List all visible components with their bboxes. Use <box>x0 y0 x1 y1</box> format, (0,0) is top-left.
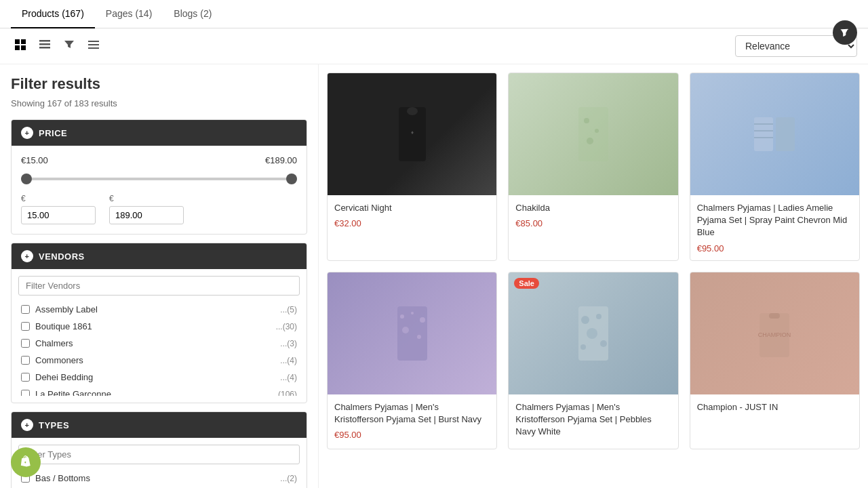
funnel-icon <box>64 39 75 50</box>
vendor-checkbox-assembly[interactable] <box>21 305 30 314</box>
shopify-icon-button[interactable] <box>11 447 41 477</box>
vendors-search-input[interactable] <box>18 276 300 296</box>
types-search-input[interactable] <box>18 445 300 464</box>
product-card-chalmers-pebbles[interactable]: Sale Chalmers Pyjamas | Men's Kristoffer… <box>508 272 678 450</box>
tab-blogs[interactable]: Blogs (2) <box>163 0 222 28</box>
price-min-input[interactable] <box>21 206 96 224</box>
svg-point-29 <box>581 316 589 324</box>
vendor-label-lapetite: La Petite Garçonne <box>35 389 266 396</box>
svg-rect-3 <box>21 45 26 50</box>
vendor-item-lapetite: La Petite Garçonne ...(106) <box>18 386 300 396</box>
vendor-checkbox-commoners[interactable] <box>21 356 30 365</box>
price-min-label: €15.00 <box>21 155 48 165</box>
vendor-checkbox-dehei[interactable] <box>21 373 30 382</box>
vendor-label-chalmers: Chalmers <box>35 338 275 348</box>
sale-badge: Sale <box>514 278 539 289</box>
svg-point-31 <box>587 328 597 339</box>
svg-rect-13 <box>578 107 608 161</box>
svg-point-32 <box>600 340 607 347</box>
chalmers-pebbles-svg <box>573 306 614 361</box>
filter-results-title: Filter results <box>11 75 307 93</box>
vendor-count-dehei: ...(4) <box>280 373 297 382</box>
svg-rect-35 <box>769 313 780 319</box>
svg-point-15 <box>595 129 599 133</box>
vendor-item-dehei: Dehei Bedding ...(4) <box>18 369 300 386</box>
list-icon <box>39 39 50 50</box>
range-track <box>21 178 297 180</box>
filter-button[interactable] <box>60 37 79 56</box>
svg-rect-18 <box>776 117 795 151</box>
price-section-label: PRICE <box>39 128 67 138</box>
filter-icon <box>839 26 851 39</box>
product-image-champion: CHAMPION <box>690 272 859 394</box>
price-min-currency: € <box>21 194 96 203</box>
product-card-champion[interactable]: CHAMPION Champion - JUST IN <box>690 272 860 450</box>
range-slider[interactable] <box>21 172 297 186</box>
columns-button[interactable] <box>84 37 103 56</box>
types-filter-header[interactable]: + TYPES <box>12 412 307 438</box>
svg-point-16 <box>587 138 593 144</box>
vendor-count-boutique: ...(30) <box>276 322 297 331</box>
columns-icon <box>88 39 99 50</box>
vendor-checkbox-boutique[interactable] <box>21 322 30 331</box>
price-filter-header[interactable]: + PRICE <box>12 120 307 146</box>
tab-pages[interactable]: Pages (14) <box>95 0 163 28</box>
type-label-bottoms: Bas / Bottoms <box>35 473 275 483</box>
type-count-bottoms: ...(2) <box>280 474 297 483</box>
product-image-chakilda <box>509 73 677 195</box>
types-section-icon: + <box>21 419 33 431</box>
product-image-chalmers1 <box>690 73 859 195</box>
vendor-label-dehei: Dehei Bedding <box>35 372 275 382</box>
grid-view-button[interactable] <box>11 37 30 56</box>
products-area: ♦ Cervicati Night €32.00 <box>319 64 868 488</box>
vendor-checkbox-lapetite[interactable] <box>21 390 30 396</box>
list-view-button[interactable] <box>35 37 54 56</box>
price-max-input[interactable] <box>109 206 184 224</box>
product-price-cervicati: €32.00 <box>334 218 490 228</box>
vendor-checkbox-chalmers[interactable] <box>21 339 30 348</box>
product-card-chakilda[interactable]: Chakilda €85.00 <box>508 73 678 261</box>
filter-results-count: Showing 167 of 183 results <box>11 98 307 108</box>
product-name-cervicati: Cervicati Night <box>334 202 490 214</box>
product-info-cervicati: Cervicati Night €32.00 <box>328 195 496 235</box>
cervicati-shirt-svg: ♦ <box>392 107 433 161</box>
vendors-section-icon: + <box>21 250 33 262</box>
product-image-chalmers-pebbles <box>509 272 677 394</box>
svg-point-25 <box>420 317 425 323</box>
price-section-icon: + <box>21 127 33 139</box>
chakilda-shirt-svg <box>573 107 614 161</box>
product-card-cervicati[interactable]: ♦ Cervicati Night €32.00 <box>327 73 497 261</box>
grid-icon <box>15 39 26 50</box>
product-card-chalmers1[interactable]: Chalmers Pyjamas | Ladies Amelie Pyjama … <box>690 73 860 261</box>
range-thumb-max[interactable] <box>286 174 297 184</box>
filter-icon-button[interactable] <box>833 20 857 45</box>
price-filter-body: €15.00 €189.00 € € <box>12 146 307 234</box>
svg-rect-5 <box>39 43 50 45</box>
product-name-chalmers1: Chalmers Pyjamas | Ladies Amelie Pyjama … <box>697 202 852 239</box>
champion-svg: CHAMPION <box>754 306 795 361</box>
vendor-label-boutique: Boutique 1861 <box>35 321 271 331</box>
product-card-chalmers-burst[interactable]: Chalmers Pyjamas | Men's Kristofferson P… <box>327 272 497 450</box>
price-filter-section: + PRICE €15.00 €189.00 € <box>11 119 307 235</box>
types-list: Bas / Bottoms ...(2) Bed Linen ...(4) Br… <box>18 470 300 488</box>
svg-rect-1 <box>21 39 26 44</box>
range-thumb-min[interactable] <box>21 174 32 184</box>
svg-rect-17 <box>754 117 773 151</box>
tab-products[interactable]: Products (167) <box>11 0 95 28</box>
tabs-bar: Products (167) Pages (14) Blogs (2) <box>0 0 868 28</box>
types-filter-section: + TYPES Bas / Bottoms ...(2) Bed Linen .… <box>11 411 307 488</box>
svg-rect-11 <box>407 107 418 115</box>
svg-rect-8 <box>88 44 99 45</box>
product-image-chalmers-burst <box>328 272 496 394</box>
vendor-count-chalmers: ...(3) <box>280 339 297 348</box>
shopify-logo-icon <box>18 454 34 470</box>
types-filter-body: Bas / Bottoms ...(2) Bed Linen ...(4) Br… <box>12 438 307 488</box>
svg-point-27 <box>417 335 421 339</box>
svg-rect-9 <box>88 47 99 49</box>
vendor-item-commoners: Commoners ...(4) <box>18 352 300 369</box>
vendors-filter-header[interactable]: + VENDORS <box>12 243 307 269</box>
vendor-count-lapetite: ...(106) <box>271 390 297 396</box>
sidebar: Filter results Showing 167 of 183 result… <box>0 64 319 488</box>
product-name-chalmers-burst: Chalmers Pyjamas | Men's Kristofferson P… <box>334 401 490 426</box>
price-max-group: € <box>109 194 184 224</box>
